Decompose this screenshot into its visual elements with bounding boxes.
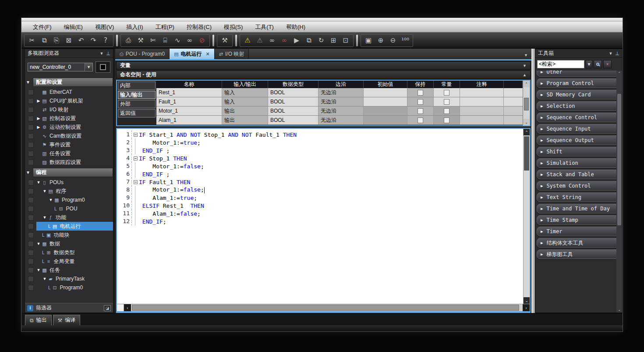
code-line[interactable]: 11 Alam_1:=false; — [117, 210, 523, 217]
menu-item[interactable]: 工程(P) — [150, 22, 180, 32]
table-column-header[interactable]: 数据类型 — [268, 81, 318, 88]
editor-horizontal-scrollbar[interactable]: ‹ › — [117, 304, 530, 311]
export-icon[interactable]: ⎙ — [123, 35, 134, 46]
variable-name-cell[interactable]: Motor_1 — [156, 107, 222, 115]
namespace-bar[interactable]: 命名空间 - 使用 ▲ — [116, 71, 531, 79]
tree-item-checkbox[interactable] — [28, 276, 34, 282]
variable-comment-cell[interactable] — [460, 97, 504, 106]
tree-item-checkbox[interactable] — [28, 160, 34, 165]
toolbox-category[interactable]: ▶ Sequence Output — [537, 135, 621, 145]
table-column-header[interactable]: 初始值 — [364, 81, 407, 88]
single-view-icon[interactable]: ⊡ — [340, 35, 351, 46]
chevron-down-icon[interactable]: ▼ — [586, 60, 592, 68]
tree-item[interactable]: ▼ ƒ 功能 — [25, 213, 113, 222]
tree-item-checkbox[interactable] — [28, 151, 34, 156]
tree-item[interactable]: L ▤ 电机运行 — [25, 222, 113, 231]
undo-icon[interactable]: ↶ — [75, 35, 87, 46]
tree-item[interactable]: ▶ ▤ CPU/扩展机架 — [25, 96, 113, 105]
retain-checkbox[interactable] — [418, 90, 423, 96]
code-line[interactable]: 8 Motor_1:=false; — [117, 186, 523, 194]
menu-item[interactable]: 文件(F) — [28, 22, 57, 32]
variable-category-tab[interactable]: 返回值 — [118, 109, 156, 117]
program-check-icon[interactable]: ⚒ — [219, 35, 230, 46]
chevron-down-icon[interactable]: ▼ — [85, 63, 92, 71]
tree-item[interactable]: ▼ ▦ 数据 — [25, 239, 113, 248]
code-line[interactable]: 3 END_IF ; — [117, 146, 523, 154]
variable-io-cell[interactable]: 输入 — [222, 88, 268, 97]
tree-item[interactable]: L ⊟ POU — [25, 204, 113, 213]
variable-edge-cell[interactable]: 无边沿 — [318, 97, 364, 106]
retain-checkbox[interactable] — [418, 99, 423, 105]
stop-monitor-icon[interactable]: ∞ — [279, 35, 290, 46]
menu-item[interactable]: 编辑(E) — [59, 22, 88, 32]
tree-item[interactable]: ⚑ 事件设置 — [25, 140, 113, 149]
synchronize-icon[interactable]: ↻ — [315, 35, 327, 46]
retain-checkbox[interactable] — [418, 117, 423, 123]
constant-checkbox[interactable] — [444, 90, 449, 96]
help-icon[interactable]: ? — [100, 35, 111, 46]
scroll-down-icon[interactable]: ⌄ — [523, 119, 530, 125]
scroll-up-icon[interactable]: ⌃ — [616, 71, 622, 76]
vertical-splitter[interactable] — [531, 49, 535, 313]
filter-pin-icon[interactable]: ◪ — [104, 305, 111, 311]
toolbox-category[interactable]: ▶ System Control — [537, 181, 621, 191]
tree-item-checkbox[interactable] — [28, 267, 34, 273]
zoom-out-icon[interactable]: ⊖ — [387, 35, 399, 46]
table-column-header[interactable]: 边沿 — [318, 81, 364, 88]
fold-collapse-icon[interactable] — [134, 180, 138, 184]
menu-item[interactable]: 帮助(H) — [281, 22, 311, 32]
controller-select[interactable]: new_Controller_0 ▼ — [28, 63, 93, 71]
table-column-header[interactable]: 注释 — [460, 81, 504, 88]
toolbox-category[interactable]: ▶ Shift — [537, 147, 621, 156]
tree-item[interactable]: ▼ ▤ 程序 — [25, 187, 113, 196]
abort-icon[interactable]: ⊘ — [196, 35, 208, 46]
toolbox-category[interactable]: ▶ Program Control — [537, 78, 621, 88]
document-tab[interactable]: ▤ 电机运行 ✕ — [170, 49, 215, 59]
tree-item[interactable]: ▼ ▦ Program0 — [25, 196, 113, 204]
tree-item-checkbox[interactable] — [28, 224, 34, 229]
tree-item-checkbox[interactable] — [28, 232, 34, 238]
redo-icon[interactable]: ↷ — [88, 35, 99, 46]
chevron-right-icon[interactable]: ▶ — [36, 116, 41, 121]
cut-icon[interactable]: ✂ — [26, 35, 38, 46]
tree-item-checkbox[interactable] — [28, 206, 34, 212]
variable-row[interactable]: Motor_1 输出 BOOL 无边沿 — [156, 107, 523, 116]
tree-item-checkbox[interactable] — [28, 215, 34, 220]
tree-item-checkbox[interactable] — [28, 197, 34, 203]
constant-checkbox[interactable] — [444, 108, 449, 114]
code-line[interactable]: 9 Alam_1:=true; — [117, 194, 523, 202]
tree-item-checkbox[interactable] — [28, 124, 34, 130]
tree-item[interactable]: ▼ ▩ 任务 — [25, 266, 113, 274]
toolbox-category[interactable]: ▶ Other — [537, 71, 621, 77]
toolbox-category[interactable]: ▶ Timer — [537, 227, 621, 236]
variable-row[interactable]: Fault_1 输入 BOOL 无边沿 — [156, 97, 523, 107]
chevron-down-icon[interactable]: ▼ — [42, 277, 47, 281]
search-icon[interactable]: ∞ — [184, 35, 195, 46]
tree-item-checkbox[interactable] — [28, 107, 34, 113]
toolbox-category[interactable]: ▶ Time Stamp — [537, 215, 621, 225]
variable-name-cell[interactable]: Rest_1 — [156, 88, 222, 97]
code-line[interactable]: 4 IF Stop_1 THEN — [117, 154, 523, 162]
tree-item[interactable]: L ⊡ Program0 — [25, 283, 113, 292]
scroll-up-icon[interactable]: ⌃ — [524, 129, 530, 135]
table-column-header[interactable]: 输入/输出 — [222, 81, 268, 88]
pin-icon[interactable]: ⊣ — [615, 51, 620, 56]
menu-item[interactable]: 插入(I) — [121, 22, 148, 32]
variable-initial-cell[interactable] — [364, 97, 407, 106]
constant-checkbox[interactable] — [444, 99, 449, 105]
menu-item[interactable]: 工具(T) — [250, 22, 279, 32]
toolbox-category[interactable]: ▶ SD Memory Card — [537, 90, 621, 100]
scroll-down-icon[interactable]: ⌄ — [616, 307, 622, 313]
document-tab[interactable]: ⇄ I/O 映射 — [215, 49, 249, 59]
delete-icon[interactable]: ⊠ — [63, 35, 74, 46]
scroll-right-icon[interactable]: › — [523, 304, 530, 311]
tree-item[interactable]: L ⊞ 数据类型 — [25, 248, 113, 257]
variable-initial-cell[interactable] — [364, 88, 407, 97]
variable-type-cell[interactable]: BOOL — [268, 116, 318, 124]
tree-section-header[interactable]: ▼ 配置和设置 — [25, 78, 113, 87]
variable-comment-cell[interactable] — [460, 116, 504, 124]
scroll-up-icon[interactable]: ⌃ — [523, 81, 530, 87]
variable-row[interactable]: Rest_1 输入 BOOL 无边沿 — [156, 88, 523, 97]
tree-item[interactable]: ▶ ⚙ 运动控制设置 — [25, 123, 113, 132]
search-icon[interactable] — [594, 60, 602, 68]
